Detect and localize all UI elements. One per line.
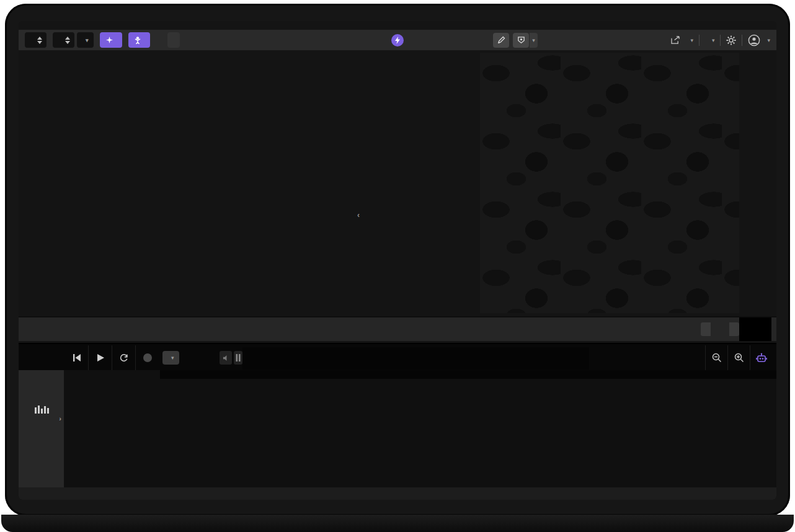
- status-bar: [19, 487, 776, 500]
- laptop-mockup: ▾: [0, 0, 795, 532]
- mix-mode-button[interactable]: [128, 32, 150, 48]
- sparkle-icon: [106, 37, 113, 43]
- shield-icon: [517, 36, 525, 44]
- toolbar-right-group: ▾ ▾ ▾: [671, 34, 770, 47]
- midi-button[interactable]: [167, 32, 180, 48]
- loop-button[interactable]: [112, 345, 136, 370]
- record-icon: [143, 353, 153, 363]
- account-button[interactable]: ▾: [748, 34, 770, 47]
- fx-mode-button[interactable]: [100, 32, 122, 48]
- skip-to-start-button[interactable]: [65, 345, 89, 370]
- key-control[interactable]: [53, 32, 74, 48]
- chevron-down-icon: ▾: [86, 37, 89, 43]
- transport-bar: ▾: [19, 343, 776, 371]
- chevron-down-icon: ▾: [712, 37, 715, 43]
- record-button[interactable]: [136, 345, 159, 370]
- fx-page-indicator: [711, 322, 729, 336]
- add-fx-button[interactable]: [677, 320, 696, 339]
- arrangement-panel: ›: [19, 370, 776, 500]
- zoom-out-button[interactable]: [705, 345, 728, 370]
- pause-bars-icon: [236, 354, 241, 361]
- audio-input-dropdown[interactable]: ▾: [162, 351, 179, 365]
- chevron-down-icon: ▾: [532, 37, 535, 43]
- bpm-stepper[interactable]: [37, 37, 42, 44]
- robot-icon: [756, 353, 767, 363]
- app-window: ▾: [19, 21, 776, 500]
- fx-page-next-button[interactable]: [729, 322, 739, 336]
- chevron-down-icon: ▾: [690, 37, 693, 43]
- help-button[interactable]: ▾: [705, 37, 715, 43]
- pen-icon: [497, 36, 505, 44]
- gear-icon: [726, 35, 736, 45]
- top-toolbar: ▾: [19, 30, 776, 50]
- scale-dropdown[interactable]: ▾: [77, 32, 94, 48]
- divider: [742, 35, 742, 46]
- timeline-tracks[interactable]: [160, 370, 776, 490]
- play-icon: [96, 353, 105, 362]
- monitor-toggle-button[interactable]: [220, 351, 232, 365]
- laptop-base: [1, 515, 794, 532]
- settings-button[interactable]: [726, 35, 736, 45]
- divider: [699, 35, 700, 46]
- sampler-dropdown-caret[interactable]: ▾: [530, 33, 538, 48]
- bpm-control[interactable]: [25, 32, 47, 48]
- lightning-bolt-icon: [391, 34, 404, 47]
- export-icon: [671, 36, 680, 44]
- mixer-panel: ‹: [19, 53, 776, 313]
- fx-rack: [19, 316, 776, 341]
- assistant-button[interactable]: [750, 345, 772, 370]
- person-icon: [135, 37, 141, 44]
- play-button[interactable]: [89, 345, 112, 370]
- serato-studio-logo: [388, 34, 407, 47]
- count-in-button[interactable]: [234, 351, 242, 365]
- zoom-in-button[interactable]: [727, 345, 750, 370]
- pen-tool-button[interactable]: [493, 33, 509, 48]
- chevron-down-icon: ▾: [171, 355, 174, 361]
- mixer-empty-area: [480, 53, 739, 313]
- skip-start-icon: [73, 353, 81, 362]
- song-overview-minimap[interactable]: [242, 347, 589, 370]
- sidebar-expand-icon[interactable]: ›: [59, 415, 61, 422]
- fx-page-prev-button[interactable]: [701, 322, 711, 336]
- zoom-out-icon: [712, 353, 722, 363]
- fx-pager: [701, 322, 739, 336]
- monitor-icon: [223, 355, 229, 361]
- sampler-button[interactable]: [513, 33, 529, 48]
- library-sidebar[interactable]: ›: [19, 370, 64, 490]
- library-icon: [33, 404, 50, 415]
- fx-master-selector[interactable]: [739, 317, 771, 341]
- chevron-down-icon: ▾: [767, 37, 770, 43]
- loop-icon: [119, 353, 129, 362]
- zoom-in-icon: [734, 353, 744, 363]
- export-button[interactable]: ▾: [671, 36, 693, 44]
- key-stepper[interactable]: [65, 37, 70, 44]
- account-icon: [748, 34, 760, 47]
- collapse-group-icon[interactable]: ‹: [357, 211, 360, 219]
- divider: [720, 35, 721, 46]
